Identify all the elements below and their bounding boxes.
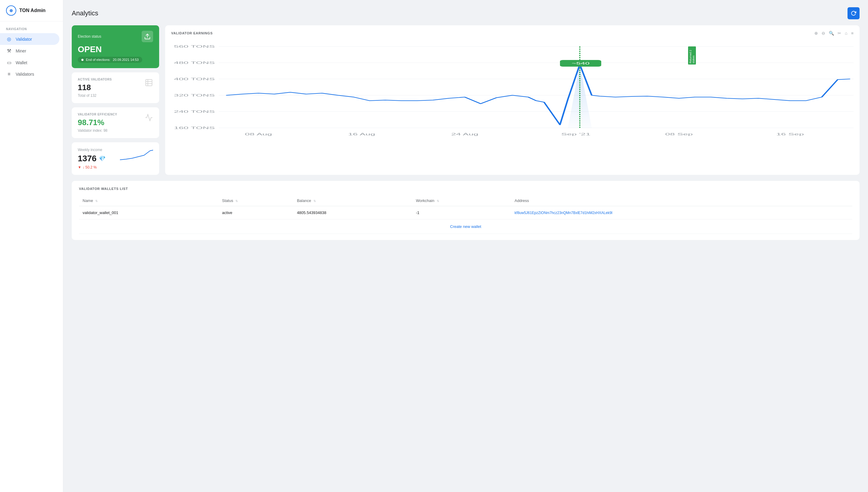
table-row: validator_wallet_001 active 4805.5439348… <box>79 206 852 219</box>
active-validators-value: 118 <box>78 83 112 92</box>
sidebar-item-wallet[interactable]: ▭ Wallet <box>0 57 59 69</box>
col-status[interactable]: Status ⇅ <box>219 195 293 206</box>
sidebar-item-label: Validators <box>16 72 34 77</box>
weekly-value: 1376 <box>78 154 97 164</box>
page-title: Analytics <box>72 9 98 17</box>
col-workchain[interactable]: Workchain ⇅ <box>412 195 511 206</box>
election-icon <box>142 31 153 42</box>
svg-text:08 Sep: 08 Sep <box>665 132 693 136</box>
svg-text:400 TONS: 400 TONS <box>174 77 215 81</box>
svg-text:320 TONS: 320 TONS <box>174 94 215 97</box>
down-arrow-icon: ▼ <box>78 165 81 169</box>
validators-stat-icon <box>145 78 153 89</box>
col-status-label: Status <box>222 198 233 203</box>
svg-text:~540: ~540 <box>572 62 589 65</box>
efficiency-value: 98.71% <box>78 118 117 127</box>
sidebar-item-validators[interactable]: ≡ Validators <box>0 69 59 80</box>
chart-controls: ⊕ ⊖ 🔍 ✂ ⌂ ≡ <box>814 31 853 35</box>
wallet-icon: ▭ <box>6 60 12 66</box>
chart-header: VALIDATOR EARNINGS ⊕ ⊖ 🔍 ✂ ⌂ ≡ <box>171 31 853 35</box>
efficiency-label: VALIDATOR EFFICIENCY <box>78 113 117 116</box>
sort-icon: ⇅ <box>95 199 98 203</box>
left-cards: Election status OPEN End of elections: 2… <box>72 25 159 175</box>
col-address-label: Address <box>514 198 529 203</box>
col-workchain-label: Workchain <box>416 198 434 203</box>
wallet-workchain: -1 <box>412 206 511 219</box>
col-name-label: Name <box>83 198 93 203</box>
active-validators-card: ACTIVE VALIDATORS 118 Total of 132 <box>72 72 159 103</box>
svg-text:Sep '21: Sep '21 <box>561 132 590 136</box>
sort-icon: ⇅ <box>235 199 238 203</box>
wallet-balance: 4805.543934838 <box>293 206 412 219</box>
logo-icon: ⊛ <box>6 5 16 16</box>
svg-text:480 TONS: 480 TONS <box>174 61 215 65</box>
earnings-svg: 560 TONS 480 TONS 400 TONS 320 TONS 240 … <box>171 41 853 143</box>
wallets-table-card: VALIDATOR WALLETS LIST Name ⇅ Status ⇅ B… <box>72 181 860 240</box>
search-icon[interactable]: 🔍 <box>829 31 834 35</box>
menu-icon[interactable]: ≡ <box>851 31 853 35</box>
sidebar: ⊛ TON Admin NAVIGATION ◎ Validator ⚒ Min… <box>0 0 63 492</box>
table-header: Name ⇅ Status ⇅ Balance ⇅ Workchain ⇅ <box>79 195 852 206</box>
efficiency-sub: Validator index: 98 <box>78 128 117 133</box>
active-validators-label: ACTIVE VALIDATORS <box>78 78 112 81</box>
election-footer: End of elections: 20.09.2021 14:53 <box>78 57 142 63</box>
weekly-label: Weekly income <box>78 148 105 152</box>
wallet-status: active <box>219 206 293 219</box>
table-body: validator_wallet_001 active 4805.5439348… <box>79 206 852 234</box>
wallet-address[interactable]: kf8uw5J61EpzZiONm7hcz23nQMn7BxlE7d1hiM2x… <box>511 206 852 219</box>
sidebar-item-label: Wallet <box>16 60 27 65</box>
sort-icon: ⇅ <box>437 199 439 203</box>
address-link[interactable]: kf8uw5J61EpzZiONm7hcz23nQMn7BxlE7d1hiM2x… <box>514 211 612 215</box>
weekly-change: ▼ ↓ 50.2 % <box>78 165 105 169</box>
election-end-label: End of elections: <box>86 58 110 62</box>
col-name[interactable]: Name ⇅ <box>79 195 219 206</box>
nav-label: NAVIGATION <box>0 21 63 33</box>
miner-icon: ⚒ <box>6 48 12 54</box>
col-balance-label: Balance <box>297 198 311 203</box>
wallet-name: validator_wallet_001 <box>79 206 219 219</box>
validator-icon: ◎ <box>6 36 12 42</box>
svg-text:16 Aug: 16 Aug <box>348 132 375 136</box>
diamond-icon: 💎 <box>99 155 105 162</box>
validator-efficiency-card: VALIDATOR EFFICIENCY 98.71% Validator in… <box>72 107 159 138</box>
svg-text:24 Aug: 24 Aug <box>451 132 478 136</box>
sort-icon: ⇅ <box>313 199 316 203</box>
page-header: Analytics <box>72 7 860 19</box>
logo-area: ⊛ TON Admin <box>0 0 63 21</box>
earnings-chart-card: VALIDATOR EARNINGS ⊕ ⊖ 🔍 ✂ ⌂ ≡ Returned … <box>165 25 860 175</box>
chart-area: Returned 2 stakes 560 TONS 480 TONS 400 … <box>171 41 853 143</box>
svg-text:08 Aug: 08 Aug <box>245 132 272 136</box>
election-end-value: 20.09.2021 14:53 <box>113 58 138 62</box>
efficiency-icon <box>145 113 153 124</box>
svg-text:560 TONS: 560 TONS <box>174 45 215 49</box>
election-dot <box>81 59 83 61</box>
cut-icon[interactable]: ✂ <box>838 31 841 35</box>
svg-text:160 TONS: 160 TONS <box>174 126 215 130</box>
active-validators-sub: Total of 132 <box>78 94 112 98</box>
refresh-button[interactable] <box>847 7 860 19</box>
validators-icon: ≡ <box>6 71 12 77</box>
home-icon[interactable]: ⌂ <box>845 31 847 35</box>
zoom-out-icon[interactable]: ⊖ <box>822 31 825 35</box>
table-title: VALIDATOR WALLETS LIST <box>79 187 852 191</box>
weekly-change-value: ↓ 50.2 % <box>83 165 97 169</box>
svg-text:240 TONS: 240 TONS <box>174 110 215 114</box>
sidebar-item-label: Miner <box>16 49 26 53</box>
create-wallet-link[interactable]: Create new wallet <box>450 224 481 229</box>
election-card: Election status OPEN End of elections: 2… <box>72 25 159 68</box>
sidebar-item-validator[interactable]: ◎ Validator <box>0 33 59 45</box>
zoom-in-icon[interactable]: ⊕ <box>814 31 818 35</box>
svg-text:16 Sep: 16 Sep <box>776 132 804 136</box>
election-status: OPEN <box>78 45 153 54</box>
weekly-sparkline <box>120 148 153 166</box>
app-title: TON Admin <box>19 8 46 13</box>
sidebar-item-miner[interactable]: ⚒ Miner <box>0 45 59 57</box>
col-balance[interactable]: Balance ⇅ <box>293 195 412 206</box>
main-content: Analytics Election status <box>63 0 868 492</box>
chart-title: VALIDATOR EARNINGS <box>171 31 213 35</box>
election-label: Election status <box>78 34 101 39</box>
weekly-income-card: Weekly income 1376 💎 ▼ ↓ 50.2 % <box>72 142 159 175</box>
top-row: Election status OPEN End of elections: 2… <box>72 25 860 175</box>
col-address: Address <box>511 195 852 206</box>
sidebar-item-label: Validator <box>16 37 32 42</box>
